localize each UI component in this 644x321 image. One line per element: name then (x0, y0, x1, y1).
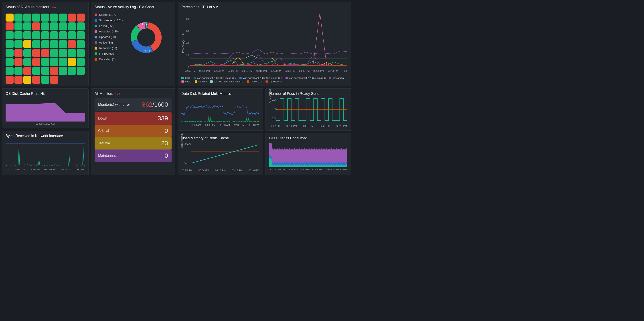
legend-item[interactable]: In Progress (4) (94, 52, 122, 55)
status-cell[interactable] (23, 49, 32, 57)
pods-chart[interactable] (276, 98, 347, 121)
status-cell[interactable] (23, 13, 32, 21)
legend-item[interactable]: Resolved (30) (94, 46, 122, 50)
status-cell[interactable] (41, 40, 49, 48)
status-cell[interactable] (23, 40, 32, 48)
status-cell[interactable] (14, 67, 22, 75)
status-cell[interactable] (32, 40, 40, 48)
status-cell[interactable] (6, 67, 14, 75)
status-cell[interactable] (68, 13, 76, 21)
status-cell[interactable] (50, 22, 58, 30)
status-cell[interactable] (77, 13, 85, 21)
status-cell[interactable] (32, 67, 40, 75)
status-cell[interactable] (59, 58, 67, 66)
status-cell[interactable] (14, 49, 22, 57)
series-line[interactable] (6, 143, 85, 165)
status-cell[interactable] (77, 40, 85, 48)
status-cell[interactable] (6, 40, 14, 48)
status-cell[interactable] (41, 49, 49, 57)
status-cell[interactable] (77, 58, 85, 66)
status-cell[interactable] (77, 22, 85, 30)
status-cell[interactable] (59, 13, 67, 21)
area-series[interactable] (6, 103, 85, 122)
status-cell[interactable] (23, 22, 32, 30)
series-line[interactable] (190, 56, 347, 66)
status-cell[interactable] (14, 22, 22, 30)
status-cell[interactable] (14, 13, 22, 21)
legend-item[interactable]: casz1 (181, 80, 192, 83)
status-cell[interactable] (77, 49, 85, 57)
status-cell[interactable] (6, 58, 14, 66)
status-cell[interactable] (50, 76, 58, 84)
status-cell[interactable] (14, 40, 22, 48)
status-cell[interactable] (6, 76, 14, 84)
bytes-rx-chart[interactable] (6, 141, 85, 167)
status-cell[interactable] (41, 67, 49, 75)
status-cell[interactable] (6, 13, 14, 21)
legend-item[interactable]: cassandra2 (329, 77, 345, 79)
legend-item[interactable]: influxdb (195, 80, 207, 83)
series-line[interactable] (190, 49, 347, 54)
status-cell[interactable] (23, 67, 32, 75)
os-disk-chart[interactable] (6, 98, 85, 122)
legend-item[interactable]: Active (38) (94, 41, 122, 44)
monitor-status-card[interactable]: Down339 (94, 112, 172, 125)
status-cell[interactable] (23, 76, 32, 84)
status-cell[interactable] (6, 22, 14, 30)
status-cell[interactable] (32, 22, 40, 30)
status-cell[interactable] (50, 40, 58, 48)
legend-item[interactable]: Canceled (1) (94, 58, 122, 61)
status-cell[interactable] (50, 49, 58, 57)
status-cell[interactable] (14, 58, 22, 66)
status-cell[interactable] (77, 67, 85, 75)
status-heatmap[interactable] (6, 13, 85, 84)
series-line[interactable] (190, 55, 347, 58)
monitor-error-summary[interactable]: Monitor(s) with error 362/1600 (94, 98, 172, 111)
legend-item[interactable]: aks-agentpool-38123352-vmss_3 (286, 77, 326, 79)
status-cell[interactable] (41, 76, 49, 84)
monitor-status-card[interactable]: Maintenance0 (94, 150, 172, 162)
status-cell[interactable] (32, 76, 40, 84)
series-line[interactable] (190, 13, 347, 66)
status-cell[interactable] (32, 49, 40, 57)
status-cell[interactable] (68, 40, 76, 48)
status-cell[interactable] (41, 31, 49, 39)
status-cell[interactable] (59, 67, 67, 75)
data-disk-chart[interactable] (181, 98, 259, 123)
status-cell[interactable] (6, 49, 14, 57)
legend-item[interactable]: Type926_0 (266, 80, 281, 83)
status-cell[interactable] (68, 31, 76, 39)
status-cell[interactable] (59, 40, 67, 48)
status-cell[interactable] (68, 49, 76, 57)
status-cell[interactable] (77, 31, 85, 39)
status-cell[interactable] (50, 58, 58, 66)
status-cell[interactable] (6, 31, 14, 39)
status-cell[interactable] (41, 58, 49, 66)
status-cell[interactable] (68, 58, 76, 66)
status-cell[interactable] (50, 31, 58, 39)
status-cell[interactable] (41, 13, 49, 21)
legend-item[interactable]: Failed (865) (94, 24, 122, 27)
status-cell[interactable] (50, 13, 58, 21)
monitor-status-card[interactable]: Critical0 (94, 125, 172, 137)
legend-item[interactable]: s24-red-team-automation-3 (210, 80, 244, 83)
series-line[interactable] (181, 115, 259, 122)
donut-chart[interactable]: 9.4%28.1% (126, 13, 166, 58)
legend-item[interactable]: aks-agentpool-23895904-vmss_387 (194, 77, 236, 79)
legend-item[interactable]: Succeeded (1301) (94, 19, 122, 22)
monitor-status-card[interactable]: Trouble23 (94, 137, 172, 150)
status-cell[interactable] (68, 22, 76, 30)
status-cell[interactable] (14, 76, 22, 84)
legend-item[interactable]: 2k19 (181, 77, 190, 79)
status-cell[interactable] (68, 67, 76, 75)
legend-item[interactable]: Accepted (436) (94, 30, 122, 33)
credits-chart[interactable] (269, 143, 347, 167)
status-cell[interactable] (23, 31, 32, 39)
status-cell[interactable] (32, 13, 40, 21)
redis-chart[interactable] (191, 143, 259, 165)
status-cell[interactable] (32, 31, 40, 39)
status-cell[interactable] (59, 49, 67, 57)
status-cell[interactable] (32, 58, 40, 66)
status-cell[interactable] (59, 31, 67, 39)
status-cell[interactable] (23, 58, 32, 66)
